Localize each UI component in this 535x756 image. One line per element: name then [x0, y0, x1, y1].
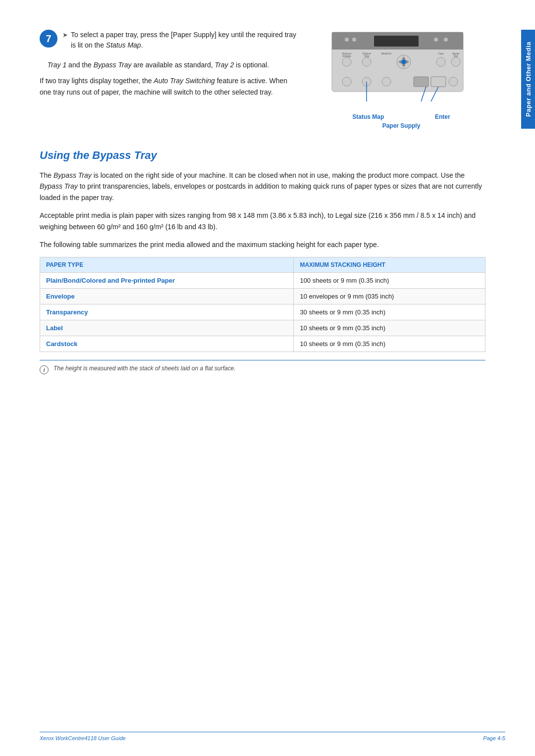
svg-text:Copy: Copy — [438, 52, 444, 55]
step-sub-text-2: If two tray lights display together, the… — [40, 75, 297, 98]
svg-point-19 — [382, 77, 391, 86]
table-cell-paper-type: Plain/Bond/Colored and Pre-printed Paper — [40, 273, 294, 289]
step-7-left: 7 ➤ To select a paper tray, press the [P… — [40, 30, 297, 129]
media-table: PAPER TYPE MAXIMUM STACKING HEIGHT Plain… — [40, 257, 485, 352]
paper-supply-label: Paper Supply — [382, 122, 421, 129]
table-cell-max-height: 10 sheets or 9 mm (0.35 inch) — [294, 320, 485, 336]
svg-point-7 — [342, 57, 351, 66]
status-map-italic: Status Map — [106, 41, 141, 49]
svg-point-22 — [449, 77, 458, 86]
step-text-1: ➤ To select a paper tray, press the [Pap… — [62, 30, 297, 53]
table-row: Label10 sheets or 9 mm (0.35 inch) — [40, 320, 485, 336]
note-text: The height is measured with the stack of… — [54, 364, 236, 373]
svg-point-3 — [345, 38, 349, 42]
step-7-section: 7 ➤ To select a paper tray, press the [P… — [40, 30, 485, 129]
diagram-labels: Status Map Enter — [327, 113, 476, 120]
body-para-2: Acceptable print media is plain paper wi… — [40, 210, 485, 232]
svg-rect-20 — [414, 77, 428, 87]
table-cell-max-height: 30 sheets or 9 mm (0.35 inch) — [294, 304, 485, 320]
svg-rect-2 — [374, 36, 419, 47]
footer: Xerox WorkCentre4118 User Guide Page 4-5 — [40, 732, 505, 741]
machine-diagram-container: Reduce/ Enlarge Original Type Meta/Ctrl … — [317, 30, 485, 129]
note-section: i The height is measured with the stack … — [40, 360, 485, 374]
svg-text:Dial: Dial — [454, 54, 458, 57]
table-cell-max-height: 100 sheets or 9 mm (0.35 inch) — [294, 273, 485, 289]
table-row: Plain/Bond/Colored and Pre-printed Paper… — [40, 273, 485, 289]
table-header-max-height: MAXIMUM STACKING HEIGHT — [294, 257, 485, 273]
step-header: 7 ➤ To select a paper tray, press the [P… — [40, 30, 297, 53]
table-cell-paper-type: Cardstock — [40, 336, 294, 352]
table-header-paper-type: PAPER TYPE — [40, 257, 294, 273]
table-row: Transparency30 sheets or 9 mm (0.35 inch… — [40, 304, 485, 320]
machine-diagram-svg: Reduce/ Enlarge Original Type Meta/Ctrl … — [327, 30, 476, 111]
svg-text:Meta/Ctrl: Meta/Ctrl — [381, 52, 391, 55]
table-cell-paper-type: Envelope — [40, 289, 294, 304]
section-heading: Using the Bypass Tray — [40, 149, 485, 162]
table-row: Cardstock10 sheets or 9 mm (0.35 inch) — [40, 336, 485, 352]
step-bullet-1: To select a paper tray, press the [Paper… — [71, 30, 297, 50]
svg-point-5 — [434, 38, 438, 42]
svg-point-15 — [436, 57, 445, 66]
side-tab-label: Paper and Other Media — [521, 30, 535, 129]
svg-point-14 — [401, 59, 406, 64]
table-row: Envelope10 envelopes or 9 mm (035 inch) — [40, 289, 485, 304]
svg-point-16 — [451, 57, 460, 66]
step-sub-text-1: Tray 1 and the Bypass Tray are available… — [40, 59, 297, 70]
svg-text:Enlarge: Enlarge — [342, 54, 351, 57]
note-icon: i — [40, 365, 49, 374]
body-para-3: The following table summarizes the print… — [40, 239, 485, 250]
table-cell-max-height: 10 envelopes or 9 mm (035 inch) — [294, 289, 485, 304]
footer-right: Page 4-5 — [483, 735, 505, 741]
enter-label: Enter — [435, 113, 450, 120]
svg-text:Type: Type — [364, 54, 370, 57]
table-cell-max-height: 10 sheets or 9 mm (0.35 inch) — [294, 336, 485, 352]
table-cell-paper-type: Transparency — [40, 304, 294, 320]
footer-left: Xerox WorkCentre4118 User Guide — [40, 735, 126, 741]
step-number: 7 — [40, 30, 57, 48]
svg-point-6 — [444, 38, 448, 42]
table-cell-paper-type: Label — [40, 320, 294, 336]
table-header-row: PAPER TYPE MAXIMUM STACKING HEIGHT — [40, 257, 485, 273]
svg-point-8 — [362, 57, 371, 66]
body-para-1: The Bypass Tray is located on the right … — [40, 170, 485, 203]
svg-point-4 — [352, 38, 356, 42]
status-map-label: Status Map — [352, 113, 384, 120]
svg-rect-21 — [431, 77, 446, 87]
arrow-icon: ➤ — [62, 30, 68, 40]
svg-point-17 — [342, 77, 351, 86]
